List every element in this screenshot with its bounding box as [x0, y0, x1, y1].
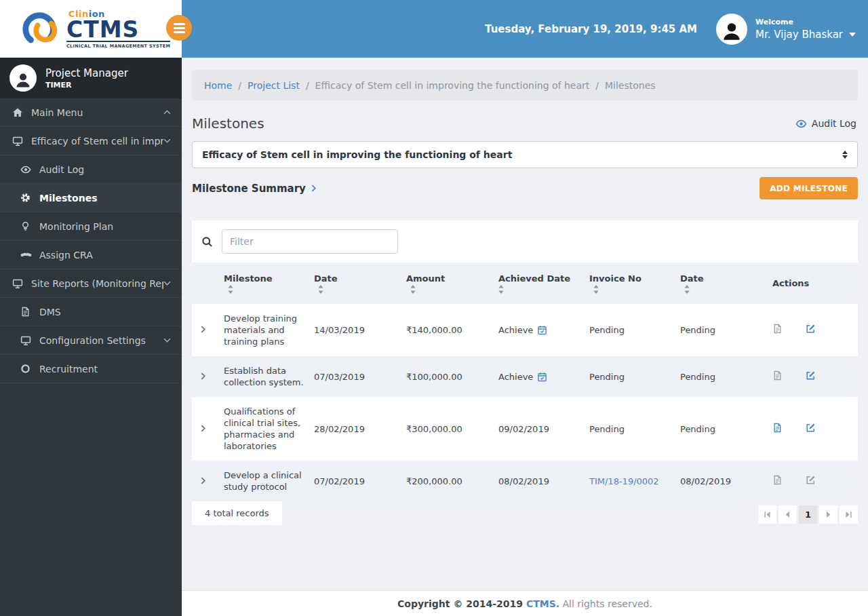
pagination-prev-button[interactable] — [778, 505, 797, 524]
profile-org: TIMER — [45, 81, 128, 90]
breadcrumb-study: Efficacy of Stem cell in improving the f… — [315, 80, 590, 91]
view-document-icon[interactable] — [772, 370, 783, 381]
page-title: Milestones — [192, 115, 264, 132]
sidebar-item-study[interactable]: Efficacy of Stem cell in improvin.. — [0, 127, 182, 155]
edit-milestone-icon[interactable] — [806, 423, 816, 433]
filter-input[interactable] — [222, 229, 398, 254]
pagination-first-button[interactable] — [758, 505, 776, 524]
sidebar-item-dms[interactable]: DMS — [0, 298, 182, 326]
achieve-button[interactable]: Achieve — [498, 371, 547, 383]
sort-icon — [684, 285, 690, 294]
column-header-amount[interactable]: Amount — [406, 263, 498, 304]
sidebar: Project Manager TIMER Main Menu Efficacy… — [0, 58, 182, 616]
monitor-icon — [12, 135, 24, 147]
calendar-check-icon — [537, 325, 547, 335]
user-avatar[interactable] — [716, 14, 747, 45]
column-header-date[interactable]: Date — [314, 263, 406, 304]
sidebar-item-audit-log[interactable]: Audit Log — [0, 155, 182, 184]
row-expand-chevron-icon[interactable] — [201, 425, 205, 432]
row-expand-chevron-icon[interactable] — [201, 326, 205, 333]
table-header-row: Milestone Date Amount Achieved Date Invo… — [192, 263, 858, 304]
column-header-date2[interactable]: Date — [680, 263, 772, 304]
edit-milestone-icon[interactable] — [806, 475, 816, 485]
invoice-cell: Pending — [589, 304, 680, 356]
calendar-check-icon — [537, 372, 547, 382]
sidebar-item-monitoring-plan[interactable]: Monitoring Plan — [0, 212, 182, 241]
pagination-next-button[interactable] — [819, 505, 837, 524]
edit-milestone-icon[interactable] — [806, 370, 816, 381]
sidebar-item-configuration-settings[interactable]: Configuration Settings — [0, 326, 182, 355]
chevron-right-icon — [311, 185, 316, 192]
eye-icon — [795, 118, 807, 130]
user-name: Mr. Vijay Bhaskar — [755, 28, 843, 41]
audit-log-button[interactable]: Audit Log — [795, 118, 856, 130]
table-row: Establish data collection system. 07/03/… — [192, 356, 858, 397]
chevron-down-icon — [163, 338, 171, 343]
bulb-icon — [20, 220, 32, 232]
sidebar-item-site-reports[interactable]: Site Reports (Monitoring Repor.. — [0, 269, 182, 298]
view-document-icon[interactable] — [772, 475, 783, 485]
invoice-date-cell: Pending — [680, 304, 772, 356]
column-header-achieved-date[interactable]: Achieved Date — [498, 263, 589, 304]
achieve-button[interactable]: Achieve — [498, 324, 547, 336]
pagination-last-button[interactable] — [840, 505, 858, 524]
footer-brand-link[interactable]: CTMS. — [526, 598, 559, 609]
breadcrumb: Home / Project List / Efficacy of Stem c… — [192, 70, 858, 100]
sidebar-item-assign-cra[interactable]: Assign CRA — [0, 241, 182, 269]
brand-main: CTMS — [66, 18, 170, 41]
milestone-summary-link[interactable]: Milestone Summary — [192, 182, 316, 195]
pagination-page-1-button[interactable]: 1 — [799, 505, 817, 524]
column-header-actions: Actions — [772, 263, 858, 304]
handshake-icon — [20, 249, 32, 261]
total-records: 4 total records — [192, 501, 282, 525]
row-expand-chevron-icon[interactable] — [201, 477, 205, 484]
edit-milestone-icon[interactable] — [806, 324, 816, 334]
app-logo[interactable]: Clinion CTMS CLINICAL TRIAL MANAGEMENT S… — [0, 0, 182, 58]
circle-icon — [20, 363, 32, 374]
user-menu[interactable]: Welcome Mr. Vijay Bhaskar — [755, 18, 856, 41]
ctms-logo-icon — [20, 8, 62, 50]
menu-toggle-button[interactable] — [166, 15, 192, 41]
rights-text: All rights reserved. — [559, 598, 652, 609]
current-datetime: Tuesday, February 19, 2019, 9:45 AM — [485, 23, 697, 35]
row-expand-chevron-icon[interactable] — [201, 372, 205, 380]
sidebar-item-main-menu[interactable]: Main Menu — [0, 98, 182, 127]
date-cell: 07/02/2019 — [314, 461, 406, 501]
achieved-date-cell: 08/02/2019 — [498, 461, 589, 501]
breadcrumb-current: Milestones — [605, 80, 656, 91]
table-row: Qualifications of clinical trial sites, … — [192, 397, 858, 461]
milestone-cell: Develop a clinical study protocol — [224, 461, 314, 501]
monitor-icon — [20, 334, 32, 346]
add-milestone-button[interactable]: ADD MILESTONE — [760, 177, 858, 199]
monitor-icon — [12, 277, 24, 289]
search-icon — [201, 236, 213, 248]
sidebar-item-milestones[interactable]: Milestones — [0, 184, 182, 212]
breadcrumb-home-link[interactable]: Home — [204, 80, 232, 91]
pagination: 1 — [758, 501, 858, 524]
gear-icon — [20, 192, 32, 204]
chevron-down-icon — [163, 281, 171, 286]
study-select-value: Efficacy of Stem cell in improving the f… — [202, 149, 512, 160]
study-select[interactable]: Efficacy of Stem cell in improving the f… — [192, 141, 858, 168]
invoice-cell: Pending — [589, 397, 680, 461]
breadcrumb-project-list-link[interactable]: Project List — [248, 80, 300, 91]
table-row: Develop training materials and training … — [192, 304, 858, 356]
view-document-icon[interactable] — [772, 324, 783, 334]
invoice-date-cell: 08/02/2019 — [680, 461, 772, 501]
date-cell: 14/03/2019 — [314, 304, 406, 356]
profile-role: Project Manager — [45, 67, 128, 79]
invoice-link[interactable]: TIM/18-19/0002 — [589, 476, 659, 486]
chevron-down-icon — [163, 138, 171, 143]
amount-cell: ₹100,000.00 — [406, 356, 498, 397]
caret-right-icon — [824, 510, 833, 519]
caret-left-icon — [783, 510, 792, 519]
view-document-icon[interactable] — [772, 423, 783, 433]
column-header-invoice-no[interactable]: Invoice No — [589, 263, 680, 304]
date-cell: 28/02/2019 — [314, 397, 406, 461]
column-header-milestone[interactable]: Milestone — [224, 263, 314, 304]
achieved-date-cell: 09/02/2019 — [498, 397, 589, 461]
sidebar-item-recruitment[interactable]: Recruitment — [0, 355, 182, 383]
topbar-right: Tuesday, February 19, 2019, 9:45 AM Welc… — [182, 0, 868, 58]
skip-last-icon — [844, 510, 853, 519]
amount-cell: ₹200,000.00 — [406, 461, 498, 501]
